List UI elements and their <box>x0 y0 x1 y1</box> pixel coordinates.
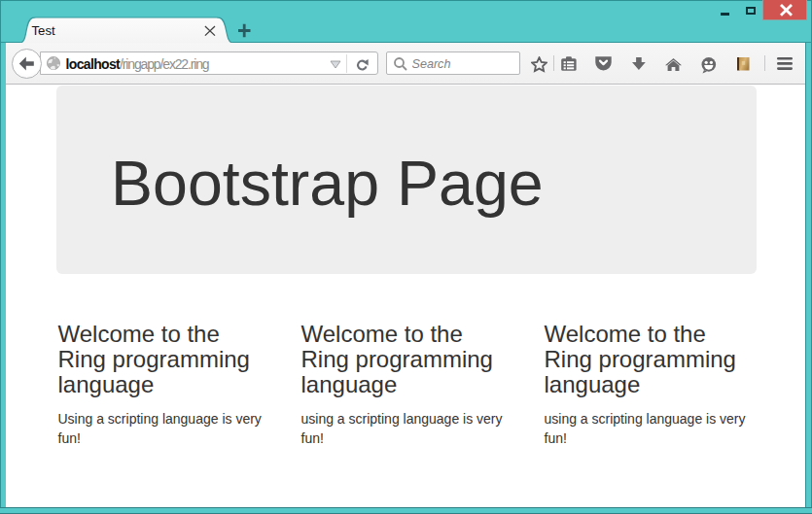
svg-text:Test: Test <box>32 23 56 38</box>
